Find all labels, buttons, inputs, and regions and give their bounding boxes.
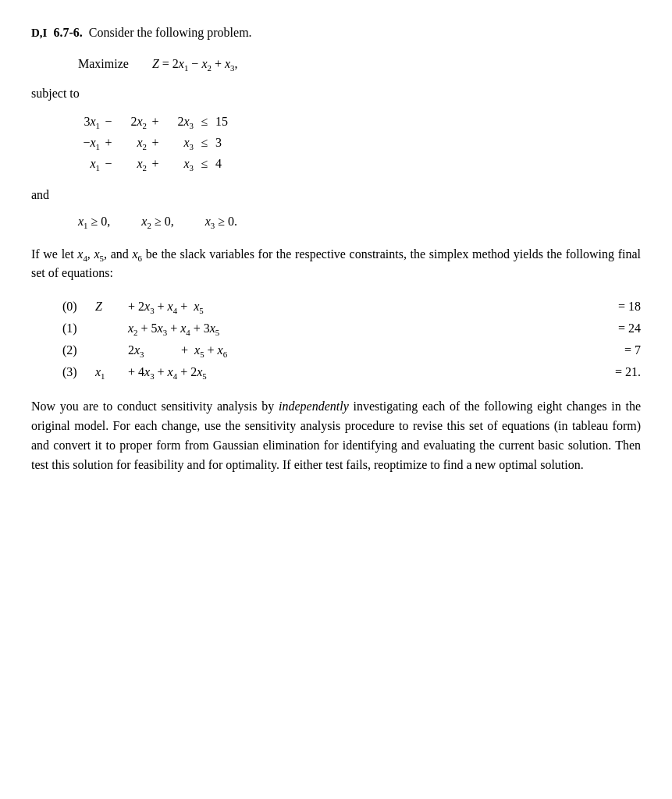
nonneg-x1: x1 ≥ 0, <box>78 212 110 231</box>
paragraph-2: Now you are to conduct sensitivity analy… <box>31 397 641 474</box>
constraint-1: 3x1 − 2x2 + 2x3 ≤ 15 <box>78 111 641 132</box>
problem-number: 6.7-6. <box>53 23 82 42</box>
equations-block: (0) Z + 2x3 + x4 + x5 = 18 (1) x2 + 5x3 … <box>62 296 641 383</box>
problem-header: D,I 6.7-6. Consider the following proble… <box>31 23 641 42</box>
constraints-block: 3x1 − 2x2 + 2x3 ≤ 15 −x1 + x2 + x3 ≤ 3 x… <box>78 111 641 175</box>
equation-3: (3) x1 + 4x3 + x4 + 2x5 = 21. <box>62 361 641 383</box>
equation-2: (2) 2x3 + x5 + x6 = 7 <box>62 339 641 361</box>
equation-1: (1) x2 + 5x3 + x4 + 3x5 = 24 <box>62 318 641 339</box>
maximize-label: Maximize <box>78 55 129 73</box>
equation-0: (0) Z + 2x3 + x4 + x5 = 18 <box>62 296 641 318</box>
nonneg-x2: x2 ≥ 0, <box>141 212 173 231</box>
objective-function: Z = 2x1 − x2 + x3, <box>152 55 238 73</box>
and-label: and <box>31 186 641 204</box>
nonneg-block: x1 ≥ 0, x2 ≥ 0, x3 ≥ 0. <box>78 212 641 231</box>
problem-id: D,I <box>31 24 47 42</box>
constraint-2: −x1 + x2 + x3 ≤ 3 <box>78 132 641 153</box>
maximize-row: Maximize Z = 2x1 − x2 + x3, <box>78 55 641 73</box>
problem-title: Consider the following problem. <box>89 23 252 42</box>
nonneg-x3: x3 ≥ 0. <box>205 212 237 231</box>
constraint-3: x1 − x2 + x3 ≤ 4 <box>78 153 641 174</box>
paragraph-1: If we let x4, x5, and x6 be the slack va… <box>31 245 641 284</box>
subject-to-label: subject to <box>31 84 641 103</box>
